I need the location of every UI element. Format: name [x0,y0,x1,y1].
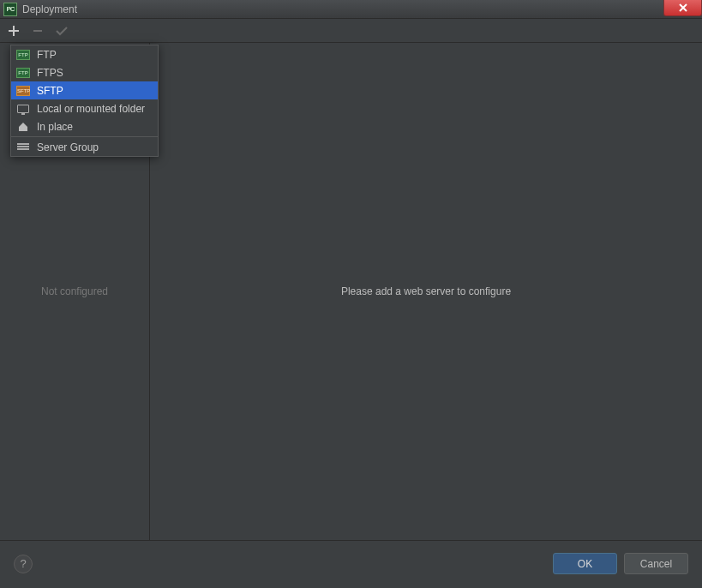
ftp-icon: FTP [16,67,30,79]
popup-item-label: In place [37,121,73,133]
popup-item-sftp[interactable]: SFTPSFTP [11,81,158,99]
remove-button[interactable] [31,24,45,38]
help-button[interactable]: ? [14,555,33,573]
add-button[interactable] [7,24,21,38]
popup-item-ftps[interactable]: FTPFTPS [11,63,158,81]
popup-item-in-place[interactable]: In place [11,117,158,135]
close-button[interactable] [663,0,702,16]
set-default-button[interactable] [55,24,69,38]
main-empty-text: Please add a web server to configure [341,285,511,297]
popup-item-server-group[interactable]: Server Group [11,138,158,156]
minus-icon [32,25,44,37]
toolbar [0,19,702,43]
server-group-icon [16,141,30,153]
popup-item-local-or-mounted-folder[interactable]: Local or mounted folder [11,99,158,117]
check-icon [55,25,69,37]
popup-item-label: Server Group [37,141,99,153]
app-icon: PC [3,3,17,16]
ok-button[interactable]: OK [553,553,617,574]
window-title: Deployment [22,3,77,15]
sftp-icon: SFTP [16,85,30,97]
popup-item-label: FTP [37,49,57,61]
home-icon [16,121,30,133]
plus-icon [8,25,20,37]
close-icon [678,3,688,13]
popup-item-ftp[interactable]: FTPFTP [11,45,158,63]
popup-item-label: FTPS [37,67,63,79]
monitor-icon [16,103,30,115]
footer: ? OK Cancel [0,540,702,586]
sidebar-empty-text: Not configured [41,285,108,297]
popup-separator [11,136,158,137]
cancel-button[interactable]: Cancel [624,553,688,574]
popup-item-label: SFTP [37,85,63,97]
main-panel: Please add a web server to configure [150,43,702,540]
add-server-popup: FTPFTPFTPFTPSSFTPSFTPLocal or mounted fo… [10,45,159,157]
ftp-icon: FTP [16,49,30,61]
title-bar: PC Deployment [0,0,702,19]
popup-item-label: Local or mounted folder [37,103,145,115]
